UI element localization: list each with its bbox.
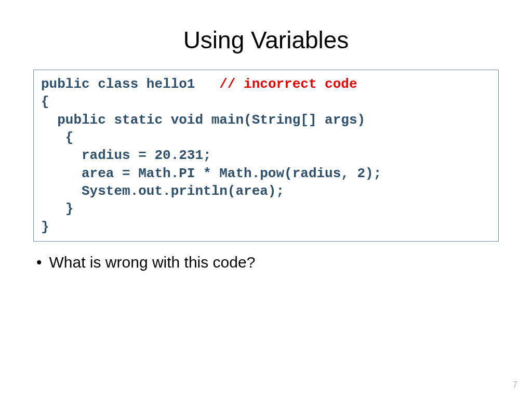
code-line-7: System.out.println(area);	[41, 182, 491, 200]
page-number: 7	[513, 380, 517, 390]
slide-title: Using Variables	[21, 26, 511, 54]
code-block: public class hello1 // incorrect code{ p…	[33, 70, 499, 242]
code-line-9: }	[41, 218, 491, 236]
code-line-4: {	[41, 129, 491, 147]
code-line-3: public static void main(String[] args)	[41, 111, 491, 129]
bullet-item: • What is wrong with this code?	[33, 253, 511, 272]
code-line-2: {	[41, 93, 491, 111]
code-line-5: radius = 20.231;	[41, 147, 491, 164]
slide: Using Variables public class hello1 // i…	[0, 0, 532, 399]
code-comment: // incorrect code	[219, 76, 357, 92]
code-line-6: area = Math.PI * Math.pow(radius, 2);	[41, 165, 491, 182]
bullet-marker: •	[36, 253, 42, 272]
code-line-8: }	[41, 200, 491, 218]
code-line-1: public class hello1 // incorrect code	[41, 75, 491, 93]
bullet-text: What is wrong with this code?	[49, 253, 256, 272]
code-segment: public class hello1	[41, 76, 219, 92]
